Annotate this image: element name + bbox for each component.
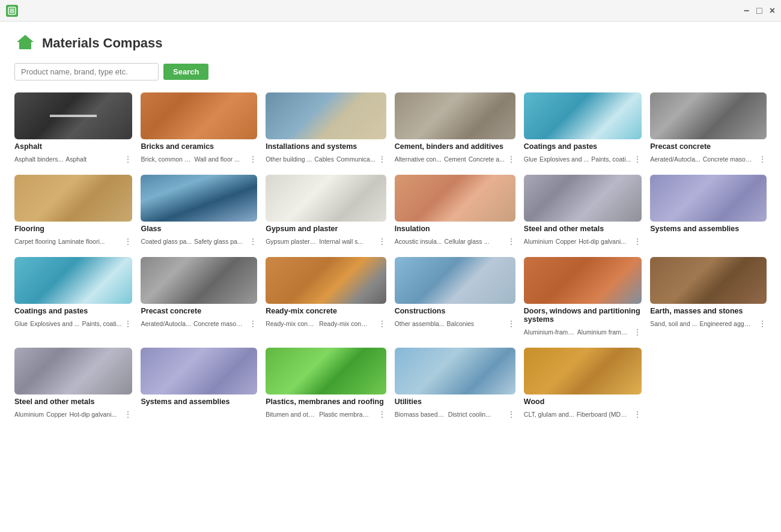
material-card-bricks[interactable]: Bricks and ceramicsBrick, common c...Wal… — [141, 92, 257, 165]
tag-flooring-1: Laminate floori... — [58, 238, 105, 245]
material-card-glass[interactable]: GlassCoated glass pa...Safety glass pa..… — [141, 175, 257, 247]
card-title-installations: Installations and systems — [266, 142, 386, 151]
more-button-utilities[interactable]: ⋮ — [507, 410, 515, 419]
card-tags-gypsum: Gypsum plaster ...Internal wall s...⋮ — [266, 235, 386, 247]
more-button-flooring[interactable]: ⋮ — [124, 237, 132, 246]
card-title-coatings2: Coatings and pastes — [14, 307, 132, 315]
card-image-systems2 — [141, 348, 257, 394]
more-button-bricks[interactable]: ⋮ — [249, 154, 257, 164]
tag-cement-0: Alternative con... — [395, 156, 442, 163]
more-button-glass[interactable]: ⋮ — [249, 237, 257, 246]
tag-steel-1: Copper — [556, 238, 576, 245]
more-button-insulation[interactable]: ⋮ — [507, 237, 515, 246]
card-tags-flooring: Carpet flooringLaminate floori...⋮ — [14, 235, 132, 247]
tag-coatings-2: Paints, coati... — [591, 156, 631, 163]
card-title-steel2: Steel and other metals — [14, 397, 132, 406]
card-image-precast2 — [141, 257, 257, 304]
more-button-wood[interactable]: ⋮ — [633, 410, 642, 419]
card-tags-precast: Aerated/Autocla...Concrete mason...⋮ — [650, 153, 767, 165]
card-image-plastics — [266, 348, 386, 394]
card-title-steel: Steel and other metals — [524, 225, 642, 233]
tag-readymix-0: Ready-mix concr... — [266, 320, 317, 327]
card-tags-glass: Coated glass pa...Safety glass pa...⋮ — [141, 235, 257, 247]
tag-steel-2: Hot-dip galvani... — [579, 238, 626, 245]
material-card-steel2[interactable]: Steel and other metalsAluminiumCopperHot… — [14, 348, 132, 420]
card-title-cement: Cement, binders and additives — [395, 142, 515, 151]
tag-plastics-1: Plastic membran... — [319, 411, 370, 418]
material-card-steel[interactable]: Steel and other metalsAluminiumCopperHot… — [524, 175, 642, 247]
material-card-asphalt[interactable]: AsphaltAsphalt binders...Asphalt⋮ — [14, 92, 132, 165]
tag-wood-0: CLT, glulam and... — [524, 411, 574, 418]
card-tags-doors: Aluminium-frame...Aluminium frame...⋮ — [524, 326, 642, 338]
search-button[interactable]: Search — [163, 64, 208, 80]
card-tags-readymix: Ready-mix concr...Ready-mix concr...⋮ — [266, 318, 386, 330]
more-button-asphalt[interactable]: ⋮ — [124, 154, 132, 164]
material-card-constructions[interactable]: ConstructionsOther assembla...Balconies⋮ — [395, 257, 515, 338]
material-card-systems2[interactable]: Systems and assemblies — [141, 348, 257, 420]
card-image-doors — [524, 257, 642, 304]
card-title-flooring: Flooring — [14, 225, 132, 233]
material-card-readymix[interactable]: Ready-mix concreteReady-mix concr...Read… — [266, 257, 386, 338]
window-icon — [6, 5, 18, 17]
card-title-precast2: Precast concrete — [141, 307, 257, 315]
more-button-coatings[interactable]: ⋮ — [633, 154, 642, 164]
minimize-button[interactable]: − — [744, 6, 749, 16]
material-card-cement[interactable]: Cement, binders and additivesAlternative… — [395, 92, 515, 165]
card-tags-installations: Other building ...CablesCommunica...⋮ — [266, 153, 386, 165]
material-card-earth[interactable]: Earth, masses and stonesSand, soil and .… — [650, 257, 767, 338]
more-button-precast[interactable]: ⋮ — [758, 154, 767, 164]
material-card-insulation[interactable]: InsulationAcoustic insula...Cellular gla… — [395, 175, 515, 247]
tag-bricks-0: Brick, common c... — [141, 156, 192, 163]
main-content: Materials Compass Search AsphaltAsphalt … — [0, 22, 781, 430]
more-button-coatings2[interactable]: ⋮ — [124, 319, 132, 328]
tag-precast2-0: Aerated/Autocla... — [141, 320, 190, 327]
card-tags-systems — [650, 235, 767, 247]
card-title-plastics: Plastics, membranes and roofing — [266, 397, 386, 406]
title-bar-left — [6, 5, 18, 17]
material-card-coatings[interactable]: Coatings and pastesGlueExplosives and ..… — [524, 92, 642, 165]
card-title-readymix: Ready-mix concrete — [266, 307, 386, 315]
card-title-constructions: Constructions — [395, 307, 515, 315]
material-card-doors[interactable]: Doors, windows and partitioning systemsA… — [524, 257, 642, 338]
material-card-coatings2[interactable]: Coatings and pastesGlueExplosives and ..… — [14, 257, 132, 338]
material-card-wood[interactable]: WoodCLT, glulam and...Fiberboard (MDF...… — [524, 348, 642, 420]
card-tags-precast2: Aerated/Autocla...Concrete mason...⋮ — [141, 318, 257, 330]
card-title-precast: Precast concrete — [650, 142, 767, 151]
tag-wood-1: Fiberboard (MDF... — [577, 411, 628, 418]
more-button-steel2[interactable]: ⋮ — [124, 410, 132, 419]
more-button-constructions[interactable]: ⋮ — [507, 319, 515, 328]
card-image-installations — [266, 92, 386, 139]
material-card-precast[interactable]: Precast concreteAerated/Autocla...Concre… — [650, 92, 767, 165]
tag-bricks-1: Wall and floor ... — [194, 156, 239, 163]
maximize-button[interactable]: □ — [756, 6, 762, 16]
more-button-installations[interactable]: ⋮ — [378, 154, 386, 164]
card-tags-earth: Sand, soil and ...Engineered aggr...⋮ — [650, 318, 767, 330]
search-input[interactable] — [14, 63, 159, 80]
material-card-precast2[interactable]: Precast concreteAerated/Autocla...Concre… — [141, 257, 257, 338]
more-button-gypsum[interactable]: ⋮ — [378, 237, 386, 246]
close-button[interactable]: × — [770, 6, 775, 16]
card-tags-coatings: GlueExplosives and ...Paints, coati...⋮ — [524, 153, 642, 165]
material-card-plastics[interactable]: Plastics, membranes and roofingBitumen a… — [266, 348, 386, 420]
material-card-gypsum[interactable]: Gypsum and plasterGypsum plaster ...Inte… — [266, 175, 386, 247]
material-card-installations[interactable]: Installations and systemsOther building … — [266, 92, 386, 165]
card-title-systems2: Systems and assemblies — [141, 397, 257, 406]
more-button-earth[interactable]: ⋮ — [758, 319, 767, 328]
tag-plastics-0: Bitumen and oth... — [266, 411, 317, 418]
more-button-readymix[interactable]: ⋮ — [378, 319, 386, 328]
material-card-systems[interactable]: Systems and assemblies — [650, 175, 767, 247]
card-tags-insulation: Acoustic insula...Cellular glass ...⋮ — [395, 235, 515, 247]
card-title-earth: Earth, masses and stones — [650, 307, 767, 315]
card-image-insulation — [395, 175, 515, 222]
more-button-cement[interactable]: ⋮ — [507, 154, 515, 164]
tag-cement-2: Concrete a... — [469, 156, 505, 163]
material-card-utilities[interactable]: UtilitiesBiomass based, ...District cool… — [395, 348, 515, 420]
more-button-precast2[interactable]: ⋮ — [249, 319, 257, 328]
tag-installations-1: Cables — [314, 156, 334, 163]
more-button-plastics[interactable]: ⋮ — [378, 410, 386, 419]
more-button-doors[interactable]: ⋮ — [633, 327, 642, 337]
tag-earth-0: Sand, soil and ... — [650, 320, 697, 327]
more-button-steel[interactable]: ⋮ — [633, 237, 642, 246]
material-card-flooring[interactable]: FlooringCarpet flooringLaminate floori..… — [14, 175, 132, 247]
card-title-insulation: Insulation — [395, 225, 515, 233]
